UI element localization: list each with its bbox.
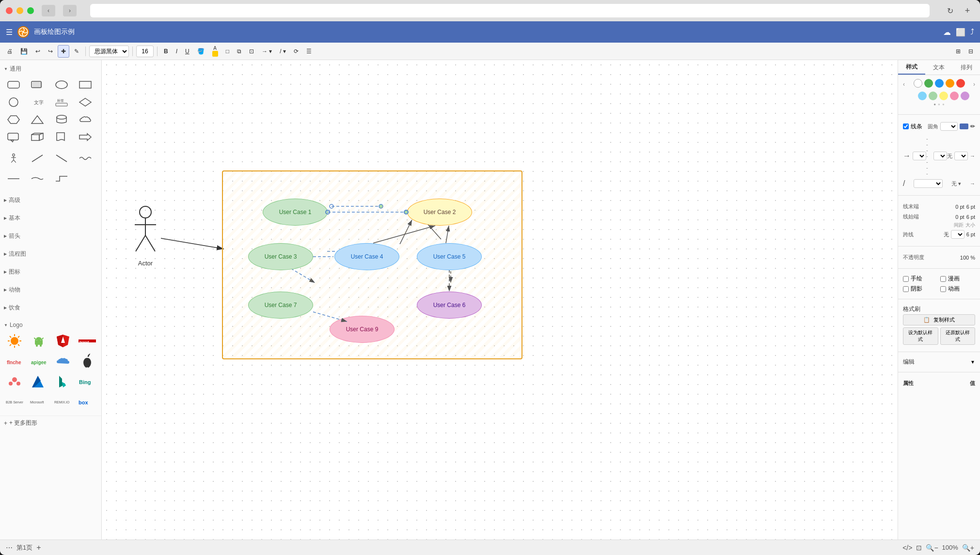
span-select[interactable] <box>951 230 964 239</box>
line-checkbox[interactable]: 线条 <box>903 123 922 131</box>
duplicate-button[interactable]: ⧉ <box>234 45 244 58</box>
cartoon-checkbox[interactable]: 漫画 <box>940 275 976 283</box>
color-lightblue[interactable] <box>918 92 927 100</box>
logo-box[interactable]: box <box>77 393 98 411</box>
new-tab-button[interactable]: + <box>961 5 974 16</box>
dots-icon[interactable]: ⋯ <box>6 544 13 552</box>
shape-line-h[interactable] <box>4 171 23 186</box>
line-color-swatch[interactable] <box>960 123 968 129</box>
expand-button[interactable]: ⊞ <box>953 45 964 58</box>
shape-label[interactable]: 标签 <box>52 94 71 110</box>
arrow-direction-select[interactable] <box>913 152 926 160</box>
lock-button[interactable]: ⊡ <box>246 45 257 58</box>
forward-button[interactable]: › <box>63 5 77 16</box>
underline-button[interactable]: U <box>182 45 192 58</box>
logo-section-header[interactable]: ▼ Logo <box>4 320 97 330</box>
italic-button[interactable]: I <box>173 45 180 58</box>
shape-stickfigure[interactable] <box>4 151 23 166</box>
tab-style[interactable]: 样式 <box>898 60 925 75</box>
zoom-in-icon[interactable]: 🔍+ <box>962 544 974 552</box>
shape-hexagon[interactable] <box>4 112 23 127</box>
edit-section-header[interactable]: 编辑 ▼ <box>903 358 975 366</box>
shape-text[interactable]: 文字 <box>28 94 47 110</box>
shape-line-diagonal2[interactable] <box>52 151 71 166</box>
font-color-button[interactable]: A <box>209 45 221 58</box>
logo-apigee[interactable]: apigee <box>28 353 49 370</box>
color-lightgreen[interactable] <box>929 92 937 100</box>
node-uc5[interactable]: User Case 5 <box>417 243 482 270</box>
logo-firebase[interactable]: flnche <box>4 353 25 370</box>
more-shapes-button[interactable]: + + 更多图形 <box>0 416 101 430</box>
shape-speech-bubble[interactable] <box>4 129 23 145</box>
color-next-button[interactable]: › <box>973 81 975 88</box>
cartoon-checkbox-input[interactable] <box>940 276 946 282</box>
shape-diamond[interactable] <box>76 94 95 110</box>
color-blue[interactable] <box>935 79 944 88</box>
menu-icon[interactable]: ☰ <box>6 28 13 37</box>
shape-rect-shadow[interactable] <box>28 77 47 92</box>
shape-rect-rounded[interactable] <box>4 77 23 92</box>
corner-style-select[interactable] <box>940 122 958 131</box>
cloud-icon[interactable]: ☁ <box>943 28 951 37</box>
share-icon[interactable]: ⬜ <box>956 28 965 37</box>
line-end-select[interactable] <box>954 152 968 160</box>
zoom-out-icon[interactable]: 🔍− <box>926 544 938 552</box>
logo-ms[interactable]: Microsoft <box>28 393 49 411</box>
logo-bing-text[interactable]: Bing <box>77 373 98 390</box>
logo-angular[interactable] <box>52 332 74 350</box>
shape-line-diagonal[interactable] <box>28 151 47 166</box>
actor-figure[interactable]: Actor <box>131 205 160 267</box>
fill-color-button[interactable]: 🪣 <box>194 45 207 58</box>
shape-ellipse[interactable] <box>52 77 71 92</box>
shape-triangle[interactable] <box>28 112 47 127</box>
arrow-type-button[interactable]: → ▾ <box>259 45 275 58</box>
line-type-button[interactable]: / ▾ <box>277 45 289 58</box>
shape-cylinder[interactable] <box>52 112 71 127</box>
logo-asana[interactable] <box>4 373 25 390</box>
logo-remix[interactable]: REMIX.IO <box>52 393 74 411</box>
close-button[interactable] <box>6 7 13 14</box>
save-button[interactable]: 💾 <box>17 45 31 58</box>
shape-line-step[interactable] <box>52 171 71 186</box>
tab-text[interactable]: 文本 <box>925 60 952 75</box>
shadow-checkbox[interactable]: 阴影 <box>903 285 938 293</box>
color-orange[interactable] <box>946 79 954 88</box>
shadow-button[interactable]: □ <box>223 45 232 58</box>
fit-icon[interactable]: ⊡ <box>916 544 922 552</box>
animate-button[interactable]: ⟳ <box>291 45 301 58</box>
cursor-button[interactable]: ✚ <box>58 45 69 58</box>
shape-circle[interactable] <box>4 94 23 110</box>
line-checkbox-input[interactable] <box>903 123 909 129</box>
color-green[interactable] <box>924 79 933 88</box>
shadow-checkbox-input[interactable] <box>903 286 909 292</box>
logo-brand4[interactable]: brand <box>77 332 98 350</box>
color-pink[interactable] <box>950 92 959 100</box>
line-edit-icon[interactable]: ✏ <box>970 123 975 130</box>
node-uc1[interactable]: User Case 1 <box>263 199 328 226</box>
node-uc3[interactable]: User Case 3 <box>248 243 313 270</box>
tab-arrange[interactable]: 排列 <box>953 60 980 75</box>
export-icon[interactable]: ⤴ <box>970 28 974 37</box>
line-dash-select[interactable] <box>933 152 947 160</box>
minimize-button[interactable] <box>16 7 23 14</box>
advanced-section-header[interactable]: ▶ 高级 <box>4 194 97 206</box>
restore-default-button[interactable]: 还原默认样式 <box>940 327 976 345</box>
diagram-boundary[interactable]: User Case 1 User Case 2 User Case 3 User… <box>222 170 522 359</box>
reload-button[interactable]: ↻ <box>943 5 957 16</box>
logo-cloud[interactable] <box>52 353 74 370</box>
logo-sun[interactable] <box>4 332 25 350</box>
shape-arrow-box[interactable] <box>76 129 95 145</box>
list-button[interactable]: ☰ <box>303 45 315 58</box>
flowchart-section-header[interactable]: ▶ 流程图 <box>4 248 97 260</box>
color-yellow[interactable] <box>939 92 948 100</box>
logo-b2b[interactable]: B2B Server <box>4 393 25 411</box>
basic-section-header[interactable]: ▶ 基本 <box>4 212 97 224</box>
general-section-header[interactable]: ▼ 通用 <box>4 63 97 75</box>
shape-box-3d[interactable] <box>28 129 47 145</box>
arrow-section-header[interactable]: ▶ 箭头 <box>4 230 97 242</box>
logo-bing[interactable] <box>52 373 74 390</box>
node-uc4[interactable]: User Case 4 <box>334 243 399 270</box>
collapse-button[interactable]: ⊟ <box>965 45 976 58</box>
font-size-input[interactable] <box>136 46 154 57</box>
canvas-area[interactable]: Actor <box>102 60 898 540</box>
